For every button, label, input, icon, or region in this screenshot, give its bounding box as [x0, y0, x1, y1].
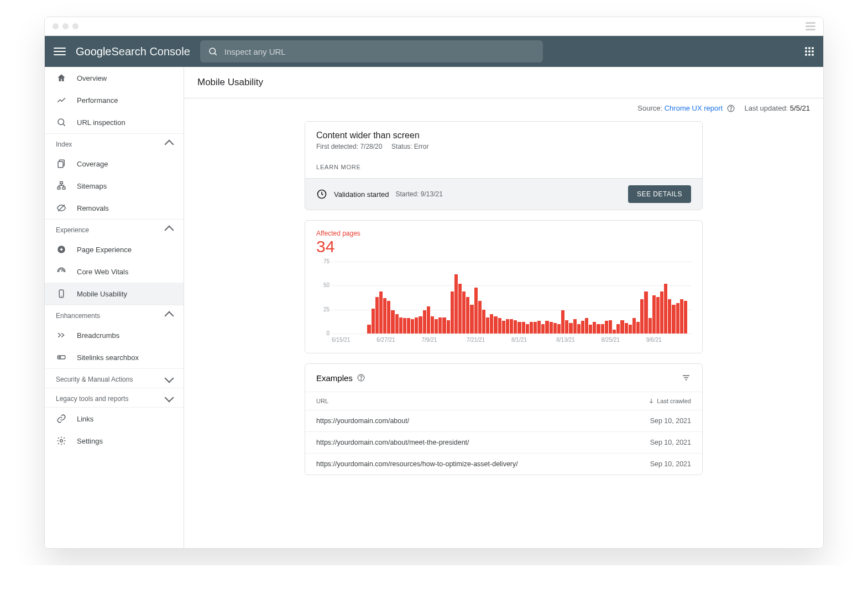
chart-bar — [640, 299, 644, 334]
chart-bar — [517, 322, 521, 334]
source-label: Source: — [637, 104, 664, 112]
chart-bar — [502, 321, 505, 334]
table-row[interactable]: https://yourdomain.com/about/Sep 10, 202… — [305, 410, 702, 432]
window-menu-icon[interactable] — [806, 22, 815, 30]
validation-started-value: 9/13/21 — [421, 190, 443, 198]
window-controls[interactable] — [53, 23, 79, 29]
chart-bar — [407, 318, 410, 334]
svg-point-7 — [812, 50, 814, 53]
chart-bar — [367, 325, 370, 334]
source-link[interactable]: Chrome UX report — [665, 104, 723, 112]
svg-rect-33 — [686, 379, 687, 381]
sidebar-item-mobile-usability[interactable]: Mobile Usability — [45, 283, 184, 305]
product-logo: Google Search Console — [76, 45, 190, 58]
chart-bar — [577, 324, 581, 334]
first-detected-value: 7/28/20 — [360, 143, 382, 150]
chart-bar — [431, 316, 434, 334]
breadcrumbs-icon — [56, 330, 67, 341]
logo-search-console: Search Console — [112, 45, 190, 58]
chart-bar — [478, 301, 482, 334]
chart-bar — [537, 321, 541, 334]
chart-bar — [581, 321, 584, 334]
chart-bar — [514, 320, 517, 334]
sidebar-section-experience[interactable]: Experience — [45, 219, 184, 238]
trend-icon — [56, 95, 67, 106]
chart-bar — [541, 324, 545, 334]
svg-point-2 — [805, 47, 807, 49]
url-search[interactable] — [200, 40, 543, 62]
chart-bar — [411, 319, 414, 334]
sidebar-item-removals[interactable]: Removals — [45, 197, 184, 219]
svg-point-4 — [812, 47, 814, 49]
chart-bar — [585, 318, 588, 334]
logo-google: Google — [76, 45, 112, 58]
sidebar-section-enhancements[interactable]: Enhancements — [45, 305, 184, 324]
learn-more-link[interactable]: LEARN MORE — [316, 164, 361, 170]
svg-point-5 — [805, 50, 807, 53]
chart-bar — [395, 314, 399, 334]
sidebar-item-breadcrumbs[interactable]: Breadcrumbs — [45, 324, 184, 346]
chart-bar — [656, 297, 660, 334]
chart-bar — [636, 322, 640, 334]
sidebar-section-index[interactable]: Index — [45, 133, 184, 153]
sidebar-item-performance[interactable]: Performance — [45, 89, 184, 111]
chart-bar — [506, 319, 509, 334]
chart-bar — [419, 316, 422, 334]
row-url: https://yourdomain.com/resources/how-to-… — [316, 460, 518, 468]
chart-bar — [589, 325, 592, 334]
sidebar-item-coverage[interactable]: Coverage — [45, 153, 184, 175]
sidebar-item-sitemaps[interactable]: Sitemaps — [45, 175, 184, 197]
link-icon — [56, 413, 67, 424]
sidebar-item-overview[interactable]: Overview — [45, 67, 184, 89]
col-last-crawled[interactable]: Last crawled — [648, 398, 691, 404]
gear-icon — [56, 435, 67, 446]
home-icon — [56, 72, 67, 84]
help-icon[interactable] — [727, 105, 735, 112]
chevron-up-icon — [165, 226, 174, 235]
nav-label: Settings — [77, 437, 103, 445]
search-icon — [208, 46, 218, 56]
chart-bar — [565, 320, 568, 334]
affected-chart-card: Affected pages 34 0255075 6/15/216/27/21… — [305, 220, 703, 353]
sidebar-item-settings[interactable]: Settings — [45, 430, 184, 452]
chart-bar — [557, 324, 561, 334]
chart-bar — [550, 322, 553, 334]
page-title: Mobile Usability — [184, 67, 823, 98]
sidebar-item-links[interactable]: Links — [45, 407, 184, 430]
row-crawled: Sep 10, 2021 — [650, 439, 691, 446]
chart-bar — [530, 322, 533, 334]
sidebar-section-legacy[interactable]: Legacy tools and reports — [45, 388, 184, 407]
section-label: Experience — [56, 226, 89, 234]
sidebar-item-sitelinks-searchbox[interactable]: Sitelinks searchbox — [45, 346, 184, 368]
sidebar-item-core-web-vitals[interactable]: Core Web Vitals — [45, 260, 184, 283]
sidebar-item-url-inspection[interactable]: URL inspection — [45, 111, 184, 133]
sidebar-section-security[interactable]: Security & Manual Actions — [45, 368, 184, 388]
chevron-down-icon — [165, 374, 174, 383]
affected-label: Affected pages — [316, 230, 691, 237]
sidebar-item-page-experience[interactable]: Page Experience — [45, 238, 184, 260]
chart-bar — [545, 321, 548, 334]
apps-icon[interactable] — [804, 46, 814, 56]
mobile-icon — [56, 288, 67, 299]
svg-point-9 — [808, 54, 811, 56]
chart-bar — [534, 322, 537, 334]
chart-bar — [597, 324, 600, 334]
examples-table-header: URL Last crawled — [305, 392, 702, 410]
menu-icon[interactable] — [54, 48, 66, 55]
pages-icon — [56, 158, 67, 169]
speed-icon — [56, 266, 67, 277]
help-icon[interactable] — [357, 374, 365, 382]
row-url: https://yourdomain.com/about/ — [316, 417, 409, 425]
see-details-button[interactable]: SEE DETAILS — [628, 185, 691, 203]
svg-rect-31 — [683, 376, 689, 377]
chart-bar — [458, 284, 462, 334]
table-row[interactable]: https://yourdomain.com/about/meet-the-pr… — [305, 432, 702, 454]
table-row[interactable]: https://yourdomain.com/resources/how-to-… — [305, 454, 702, 475]
search-input[interactable] — [224, 47, 535, 56]
chart-bar — [609, 320, 612, 334]
chart-bar — [399, 317, 402, 334]
chart-bar — [435, 319, 438, 334]
filter-icon[interactable] — [681, 373, 691, 383]
validation-label: Validation started — [334, 190, 389, 199]
chevron-down-icon — [165, 393, 174, 403]
